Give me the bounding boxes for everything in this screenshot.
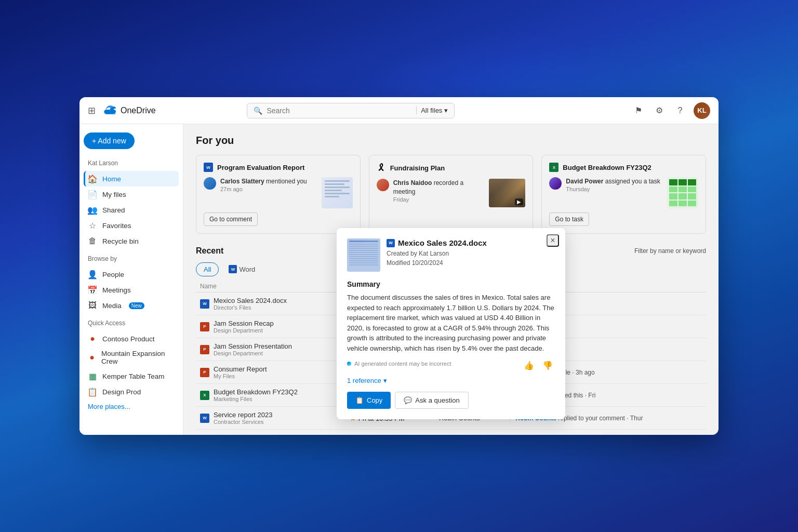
filter-btn[interactable]: Filter by name or keyword — [634, 247, 706, 255]
popup-summary-text: The document discusses the sales of tire… — [347, 292, 555, 353]
content-area: For you W Program Evaluation Report — [183, 124, 719, 435]
file-name-2: Jam Session Recap — [214, 320, 274, 327]
ai-dot — [347, 362, 351, 366]
popup-file-name: Mexico Sales 2024.docx — [398, 238, 487, 247]
star-icon: ☆ — [88, 221, 97, 230]
activity-cards-row: W Program Evaluation Report Carlos Slatt… — [196, 155, 706, 234]
card-1-title: Program Evaluation Report — [217, 164, 304, 171]
col-name: Name — [196, 281, 345, 292]
go-to-comment-btn[interactable]: Go to comment — [204, 212, 258, 226]
card-3-body: David Power assigned you a task Thursday — [549, 177, 698, 208]
tab-word[interactable]: W Word — [221, 262, 263, 276]
card-2-user-info: Chris Naidoo recorded a meeting Friday — [393, 179, 484, 203]
search-input[interactable] — [267, 107, 412, 115]
popup-card: × W Mexico Sales 2024.docx Created by Ka… — [337, 228, 565, 419]
sidebar-item-contoso-label: Contoso Product — [102, 335, 155, 343]
designprod-icon: 📋 — [88, 387, 97, 396]
sidebar-item-recycle[interactable]: 🗑 Recycle bin — [84, 233, 179, 249]
copy-icon: 📋 — [355, 396, 364, 404]
card-2-title: Fundraising Plan — [390, 164, 445, 172]
card-3-title: Budget Breakdown FY23Q2 — [563, 164, 651, 171]
card-1-user-row: Carlos Slattery mentioned you — [220, 177, 316, 186]
image-icon: 🖼 — [88, 301, 97, 310]
sidebar-item-home[interactable]: 🏠 Home — [84, 171, 179, 187]
mountain-icon: ● — [88, 353, 96, 362]
card-2-time: Friday — [393, 196, 484, 203]
onedrive-icon — [102, 103, 116, 118]
sidebar-item-contoso[interactable]: ● Contoso Product — [84, 331, 179, 347]
search-icon: 🔍 — [254, 107, 262, 115]
grid-icon[interactable]: ⊞ — [88, 105, 96, 116]
fundraising-icon: 🎗 — [377, 163, 386, 174]
chevron-down-icon: ▾ — [444, 107, 448, 114]
go-to-task-btn[interactable]: Go to task — [549, 212, 589, 226]
sidebar-item-meetings[interactable]: 📅 Meetings — [84, 282, 179, 298]
home-icon: 🏠 — [88, 174, 97, 183]
popup-ai-notice: AI generated content may be incorrect — [347, 361, 451, 367]
calendar-icon: 📅 — [88, 285, 97, 295]
file-name-4: Consumer Report — [214, 365, 267, 373]
brand-name: OneDrive — [121, 106, 156, 115]
copy-button[interactable]: 📋 Copy — [347, 392, 391, 409]
feedback-row: AI generated content may be incorrect 👍 … — [347, 360, 555, 371]
file-modby-7: Kat Larson — [435, 430, 504, 435]
card-3-header: X Budget Breakdown FY23Q2 — [549, 163, 698, 172]
person-icon: 👤 — [88, 270, 97, 279]
recent-title: Recent — [196, 246, 223, 256]
file-folder-6: Contractor Services — [214, 419, 272, 425]
settings-icon-btn[interactable]: ⚙ — [652, 103, 667, 118]
avatar[interactable]: KL — [694, 102, 710, 119]
trash-icon: 🗑 — [88, 236, 97, 246]
add-new-button[interactable]: + Add new — [84, 132, 135, 149]
excel-icon-file5: X — [200, 391, 209, 400]
file-name-7: Kempler State Shareout — [214, 434, 286, 435]
sidebar-item-mountain-label: Mountain Expansion Crew — [101, 350, 175, 365]
card-3-avatar — [549, 177, 562, 190]
popup-feedback: 👍 👎 — [522, 360, 555, 371]
ppt-icon-file2: P — [200, 322, 209, 331]
file-folder-2: Design Department — [214, 327, 274, 334]
ppt-icon-file3: P — [200, 345, 209, 354]
tab-all[interactable]: All — [196, 262, 219, 276]
sidebar-item-shared[interactable]: 👥 Shared — [84, 202, 179, 218]
file-name-1: Mexico Sales 2024.docx — [214, 297, 287, 304]
file-name-cell-7: P Kempler State Shareout My Files — [200, 434, 341, 435]
sidebar-item-meetings-label: Meetings — [102, 286, 131, 294]
ask-question-button[interactable]: 💬 Ask a question — [395, 392, 468, 409]
for-you-title: For you — [196, 135, 706, 147]
sidebar-item-kemper[interactable]: ▦ Kemper Table Team — [84, 368, 179, 384]
file-folder-5: Marketing Files — [214, 396, 298, 402]
browse-by-label: Browse by — [84, 253, 179, 264]
popup-references[interactable]: 1 reference ▾ — [347, 377, 555, 384]
quick-access-label: Quick Access — [84, 317, 179, 329]
card-1-time: 27m ago — [220, 186, 316, 192]
new-badge: New — [129, 302, 144, 309]
thumbs-up-btn[interactable]: 👍 — [522, 360, 536, 371]
file-name-6: Service report 2023 — [214, 411, 272, 419]
thumbs-down-btn[interactable]: 👎 — [540, 360, 555, 371]
search-filter-dropdown[interactable]: All files ▾ — [416, 107, 448, 114]
sidebar-item-media[interactable]: 🖼 Media New — [84, 298, 179, 313]
help-icon-btn[interactable]: ? — [673, 103, 687, 118]
card-2-body: Chris Naidoo recorded a meeting Friday ▶ — [377, 179, 526, 207]
sidebar-item-designprod[interactable]: 📋 Design Prod — [84, 384, 179, 400]
popup-header-info: W Mexico Sales 2024.docx Created by Kat … — [387, 238, 555, 272]
popup-file-thumbnail — [347, 238, 380, 272]
file-folder-4: My Files — [214, 373, 267, 379]
excel-icon-sm: ▦ — [88, 371, 97, 381]
more-places-link[interactable]: More places... — [84, 400, 179, 414]
card-3-user-info: David Power assigned you a task Thursday — [566, 177, 662, 192]
sidebar-item-people[interactable]: 👤 People — [84, 267, 179, 282]
question-icon: 💬 — [404, 396, 412, 404]
table-row[interactable]: P Kempler State Shareout My Files Thur a… — [196, 430, 706, 435]
sidebar-item-favorites[interactable]: ☆ Favorites — [84, 218, 179, 233]
popup-close-btn[interactable]: × — [547, 234, 559, 247]
search-bar[interactable]: 🔍 All files ▾ — [247, 103, 455, 118]
sidebar-item-favorites-label: Favorites — [102, 222, 131, 230]
sidebar-item-mountain[interactable]: ● Mountain Expansion Crew — [84, 347, 179, 368]
word-icon-file6: W — [200, 414, 209, 423]
sidebar-item-myfiles[interactable]: 📄 My files — [84, 187, 179, 202]
card-1-avatar — [204, 177, 216, 190]
file-name-cell-1: W Mexico Sales 2024.docx Director's File… — [200, 297, 341, 311]
flag-icon-btn[interactable]: ⚑ — [631, 103, 646, 118]
